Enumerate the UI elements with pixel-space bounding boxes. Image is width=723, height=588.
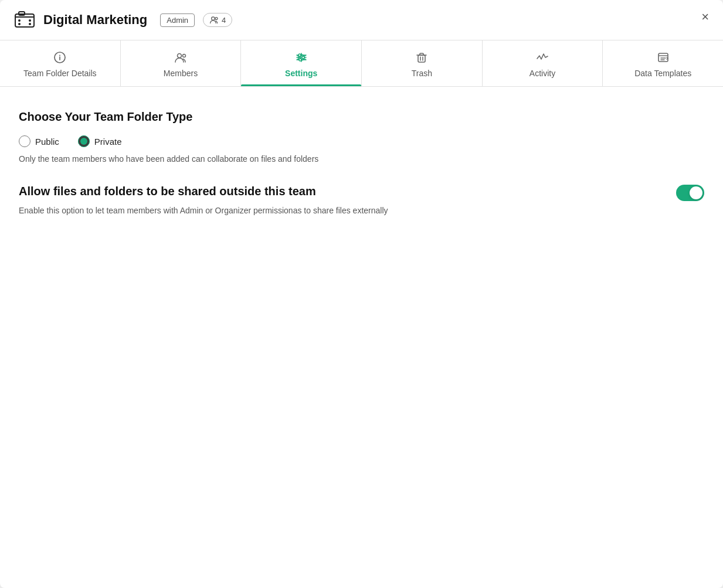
- svg-point-3: [29, 19, 31, 22]
- svg-point-7: [215, 18, 218, 20]
- svg-point-11: [178, 54, 182, 58]
- radio-group: Public Private: [19, 135, 704, 147]
- folder-icon: [14, 9, 35, 30]
- people-icon: [174, 51, 187, 64]
- tab-label-team-folder-details: Team Folder Details: [23, 69, 97, 78]
- modal-content: Choose Your Team Folder Type Public Priv…: [0, 87, 723, 588]
- tab-label-trash: Trash: [412, 69, 432, 78]
- members-count: 4: [222, 16, 226, 25]
- radio-public-label[interactable]: Public: [19, 135, 59, 147]
- toggle-slider: [676, 185, 704, 201]
- members-icon: [209, 15, 219, 25]
- radio-public-text: Public: [35, 137, 59, 147]
- tab-data-templates[interactable]: Data Templates: [603, 40, 723, 86]
- svg-point-18: [298, 54, 301, 56]
- tab-team-folder-details[interactable]: Team Folder Details: [0, 40, 121, 86]
- share-toggle[interactable]: [676, 185, 704, 201]
- activity-icon: [536, 51, 549, 64]
- info-icon: [53, 51, 66, 64]
- svg-rect-21: [418, 55, 425, 62]
- toggle-wrap[interactable]: [676, 185, 704, 201]
- tab-activity[interactable]: Activity: [483, 40, 603, 86]
- tabs: Team Folder Details Members: [0, 40, 723, 87]
- svg-rect-0: [15, 14, 34, 27]
- svg-point-20: [299, 59, 301, 61]
- tab-label-data-templates: Data Templates: [634, 69, 691, 78]
- share-desc: Enable this option to let team members w…: [19, 206, 704, 215]
- radio-private-text: Private: [94, 137, 122, 147]
- svg-point-2: [18, 19, 21, 22]
- radio-desc: Only the team members who have been adde…: [19, 154, 704, 164]
- radio-private[interactable]: [78, 135, 90, 147]
- share-section: Allow files and folders to be shared out…: [19, 185, 704, 201]
- settings-icon: [295, 51, 308, 64]
- tab-members[interactable]: Members: [121, 40, 242, 86]
- svg-point-6: [212, 17, 215, 21]
- modal-header: Digital Marketing Admin 4 ×: [0, 0, 723, 40]
- svg-point-12: [183, 55, 186, 57]
- svg-point-19: [302, 56, 304, 59]
- radio-private-label[interactable]: Private: [78, 135, 122, 147]
- close-button[interactable]: ×: [701, 11, 709, 23]
- members-badge: 4: [203, 13, 232, 27]
- tab-trash[interactable]: Trash: [362, 40, 483, 86]
- modal-title: Digital Marketing: [43, 12, 147, 28]
- svg-point-10: [59, 55, 60, 56]
- share-title: Allow files and folders to be shared out…: [19, 185, 316, 198]
- svg-point-5: [29, 23, 31, 25]
- trash-icon: [415, 51, 428, 64]
- folder-type-title: Choose Your Team Folder Type: [19, 110, 704, 124]
- tab-settings[interactable]: Settings: [241, 40, 362, 86]
- modal: Digital Marketing Admin 4 × Team Fo: [0, 0, 723, 588]
- tab-label-settings: Settings: [285, 69, 317, 78]
- tab-label-members: Members: [164, 69, 198, 78]
- svg-point-4: [18, 23, 21, 25]
- admin-badge: Admin: [160, 13, 195, 27]
- radio-public[interactable]: [19, 135, 30, 147]
- data-templates-icon: [657, 51, 670, 64]
- tab-label-activity: Activity: [529, 69, 555, 78]
